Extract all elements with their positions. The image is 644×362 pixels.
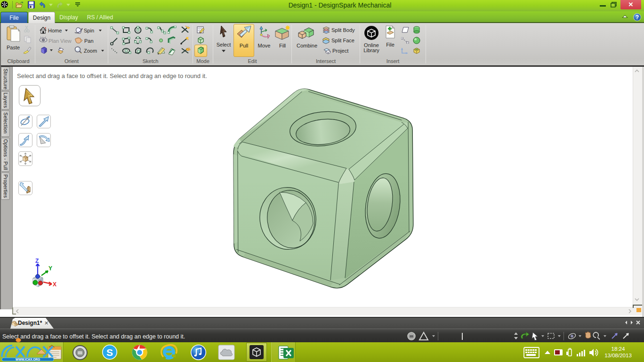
- svg-text:Z: Z: [35, 258, 39, 264]
- svg-text:Y: Y: [48, 265, 52, 272]
- svg-text:WWW.ICAX.ORG: WWW.ICAX.ORG: [16, 358, 40, 361]
- svg-text:X: X: [53, 281, 56, 288]
- svg-text:S: S: [106, 347, 113, 358]
